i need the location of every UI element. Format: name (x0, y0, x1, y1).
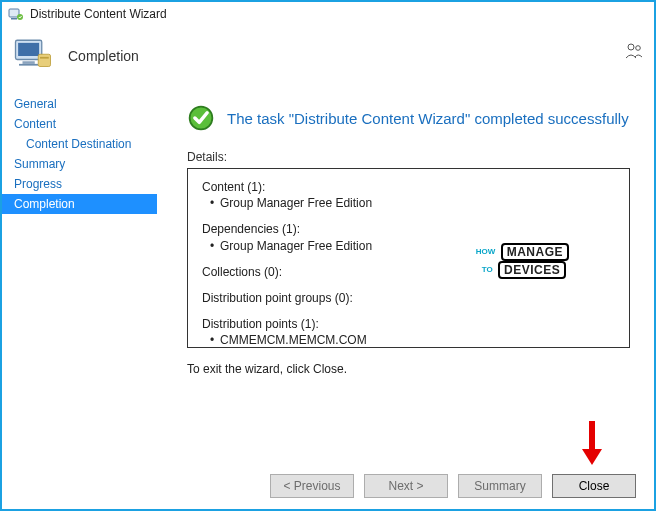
sidebar-item-completion[interactable]: Completion (2, 194, 157, 214)
result-row: The task "Distribute Content Wizard" com… (187, 104, 630, 132)
users-icon (624, 42, 644, 60)
app-icon (8, 6, 24, 22)
svg-rect-5 (23, 61, 35, 64)
sidebar-nav: General Content Content Destination Summ… (2, 86, 157, 461)
details-dependencies-header: Dependencies (1): (202, 221, 615, 237)
svg-rect-8 (40, 57, 49, 59)
titlebar: Distribute Content Wizard (2, 2, 654, 26)
summary-button: Summary (458, 474, 542, 498)
close-button[interactable]: Close (552, 474, 636, 498)
previous-button: < Previous (270, 474, 354, 498)
svg-point-2 (17, 14, 23, 20)
result-message: The task "Distribute Content Wizard" com… (227, 110, 629, 127)
sidebar-item-general[interactable]: General (2, 94, 157, 114)
wizard-header: Completion (2, 26, 654, 86)
details-dp-item: CMMEMCM.MEMCM.COM (202, 332, 615, 348)
watermark: HOW MANAGE TO DEVICES (476, 243, 569, 279)
header-title: Completion (68, 48, 139, 64)
sidebar-item-summary[interactable]: Summary (2, 154, 157, 174)
details-box: Content (1): Group Manager Free Edition … (187, 168, 630, 348)
wizard-body: General Content Content Destination Summ… (2, 86, 654, 461)
watermark-to: TO (482, 266, 493, 274)
svg-rect-6 (19, 64, 38, 66)
wizard-window: Distribute Content Wizard Completion Gen… (0, 0, 656, 511)
sidebar-item-content-destination[interactable]: Content Destination (2, 134, 157, 154)
wizard-footer: < Previous Next > Summary Close (2, 461, 654, 509)
watermark-devices: DEVICES (498, 261, 566, 279)
svg-point-9 (628, 44, 634, 50)
svg-point-10 (636, 46, 641, 51)
window-title: Distribute Content Wizard (30, 7, 167, 21)
watermark-how: HOW (476, 248, 496, 256)
details-dp-header: Distribution points (1): (202, 316, 615, 332)
watermark-manage: MANAGE (501, 243, 569, 261)
sidebar-item-progress[interactable]: Progress (2, 174, 157, 194)
exit-instruction: To exit the wizard, click Close. (187, 362, 630, 376)
svg-rect-7 (38, 54, 50, 66)
details-content-item: Group Manager Free Edition (202, 195, 615, 211)
computer-icon (12, 37, 54, 75)
details-label: Details: (187, 150, 630, 164)
next-button: Next > (364, 474, 448, 498)
content-pane: The task "Distribute Content Wizard" com… (157, 86, 654, 461)
svg-rect-4 (18, 43, 39, 56)
details-dpg-header: Distribution point groups (0): (202, 290, 615, 306)
sidebar-item-content[interactable]: Content (2, 114, 157, 134)
success-check-icon (187, 104, 215, 132)
details-content-header: Content (1): (202, 179, 615, 195)
svg-rect-1 (11, 18, 17, 20)
